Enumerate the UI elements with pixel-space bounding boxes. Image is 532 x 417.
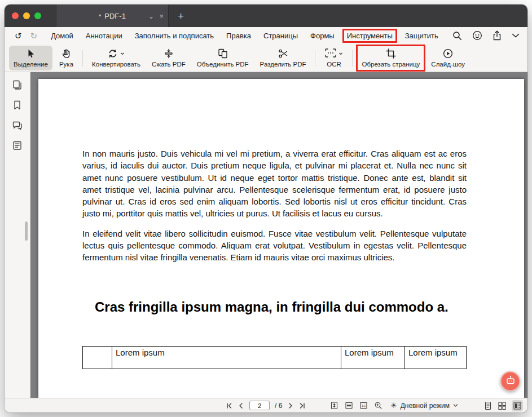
- search-icon[interactable]: [452, 31, 462, 41]
- section-heading: Cras fringilla ipsum magna, in fringilla…: [82, 298, 467, 317]
- next-page-icon[interactable]: [287, 402, 294, 409]
- convert-icon: [107, 48, 118, 61]
- tab-modified-dot: •: [99, 12, 101, 20]
- minimize-window-button[interactable]: [23, 12, 30, 19]
- continuous-view-icon[interactable]: [512, 400, 523, 411]
- ai-assistant-icon[interactable]: [472, 30, 482, 41]
- chevron-down-icon: [453, 403, 458, 407]
- prev-page-icon[interactable]: [238, 402, 244, 409]
- tab-title: PDF-1: [104, 12, 126, 20]
- pdf-page: In non mauris justo. Duis vehicula mi ve…: [38, 79, 524, 398]
- new-tab-button[interactable]: +: [178, 11, 184, 21]
- cursor-icon: [25, 48, 36, 59]
- chevron-down-icon: [120, 48, 125, 58]
- annotation-list-icon[interactable]: [12, 140, 23, 151]
- ocr-icon: [324, 48, 337, 60]
- titlebar: • PDF-1 ⌄ × +: [5, 5, 527, 27]
- menu-item-fill-sign[interactable]: Заполнить и подписать: [135, 32, 214, 40]
- view-mode-controls: [483, 398, 523, 412]
- redo-icon[interactable]: ↻: [30, 32, 38, 40]
- tool-select[interactable]: Выделение: [9, 46, 52, 70]
- collapse-toolbar-chevron-icon[interactable]: [512, 33, 520, 38]
- grid-view-icon[interactable]: [498, 401, 507, 410]
- crop-icon: [385, 48, 397, 59]
- ai-robot-button[interactable]: [500, 371, 520, 391]
- tool-split[interactable]: Разделить PDF: [256, 46, 311, 70]
- svg-text:1:1: 1:1: [362, 404, 366, 407]
- statusbar: / 6 1:1 ☀ Дневной режим: [5, 398, 527, 412]
- document-tab[interactable]: • PDF-1 ⌄ ×: [56, 5, 169, 27]
- zoom-controls: 1:1: [330, 398, 382, 412]
- day-mode-selector[interactable]: ☀ Дневной режим: [390, 398, 458, 412]
- document-area: In non mauris justo. Duis vehicula mi ve…: [30, 72, 527, 398]
- fit-width-icon[interactable]: [345, 401, 353, 410]
- page-number-input[interactable]: [249, 401, 270, 410]
- toolbar-separator: [315, 50, 315, 66]
- actual-size-icon[interactable]: 1:1: [359, 401, 368, 410]
- tab-close-icon[interactable]: ×: [159, 12, 164, 20]
- close-window-button[interactable]: [12, 12, 19, 19]
- play-icon: [442, 48, 454, 59]
- table-cell: Lorem ipsum: [341, 346, 405, 369]
- toolbar-separator: [82, 50, 83, 66]
- page-navigation: / 6: [226, 398, 306, 412]
- bookmark-icon[interactable]: [12, 100, 23, 110]
- merge-icon: [217, 48, 228, 59]
- sun-icon: ☀: [390, 401, 397, 410]
- hand-icon: [60, 48, 72, 59]
- tool-convert[interactable]: Конвертировать: [87, 46, 145, 70]
- menu-item-home[interactable]: Домой: [51, 32, 73, 40]
- day-mode-label: Дневной режим: [401, 402, 450, 410]
- page-total-label: / 6: [275, 402, 282, 410]
- fit-page-icon[interactable]: [330, 401, 338, 410]
- compress-icon: [163, 48, 174, 59]
- body-paragraph: In non mauris justo. Duis vehicula mi ve…: [82, 148, 467, 220]
- toolbar: Выделение Рука Конвертировать: [5, 44, 527, 72]
- app-window: • PDF-1 ⌄ × + ↺ ↻ Домой Аннотации Заполн…: [5, 5, 527, 412]
- tool-hand[interactable]: Рука: [55, 46, 78, 70]
- single-page-view-icon[interactable]: [483, 401, 493, 410]
- tool-slideshow[interactable]: Слайд-шоу: [427, 46, 469, 70]
- menu-item-protect[interactable]: Защитить: [405, 32, 438, 40]
- table-cell: [83, 346, 112, 369]
- table-cell: Lorem ipsum: [112, 346, 341, 369]
- body-paragraph: In eleifend velit vitae libero sollicitu…: [82, 228, 467, 264]
- scissors-icon: [278, 48, 289, 59]
- left-sidebar: [5, 72, 30, 398]
- table-row: Lorem ipsum Lorem ipsum Lorem ipsum: [83, 346, 467, 369]
- undo-icon[interactable]: ↺: [15, 32, 22, 40]
- table-cell: Lorem ipsum: [405, 346, 467, 369]
- first-page-icon[interactable]: [226, 402, 232, 409]
- tool-compress[interactable]: Сжать PDF: [147, 46, 190, 70]
- content-table: Lorem ipsum Lorem ipsum Lorem ipsum: [82, 346, 467, 369]
- toolbar-separator: [352, 50, 353, 66]
- comments-icon[interactable]: [12, 120, 23, 131]
- tool-crop-page[interactable]: Обрезать страницу: [357, 46, 424, 70]
- menu-item-edit[interactable]: Правка: [226, 32, 251, 40]
- sidebar-scrollbar[interactable]: [25, 221, 28, 241]
- marquee-zoom-icon[interactable]: [374, 401, 382, 410]
- menu-item-annotations[interactable]: Аннотации: [86, 32, 122, 40]
- menu-item-tools[interactable]: Инструменты: [347, 32, 393, 40]
- robot-icon: [505, 375, 516, 388]
- content-area: In non mauris justo. Duis vehicula mi ve…: [5, 72, 527, 398]
- tool-ocr[interactable]: OCR: [320, 46, 348, 70]
- tab-menu-chevron-icon[interactable]: ⌄: [148, 12, 155, 20]
- last-page-icon[interactable]: [299, 402, 306, 409]
- tool-merge[interactable]: Объединить PDF: [192, 46, 253, 70]
- zoom-window-button[interactable]: [34, 12, 41, 19]
- chevron-down-icon: [338, 48, 343, 58]
- traffic-lights: [5, 12, 47, 19]
- menu-item-forms[interactable]: Формы: [310, 32, 335, 40]
- menubar: ↺ ↻ Домой Аннотации Заполнить и подписат…: [5, 27, 527, 44]
- share-icon[interactable]: [493, 30, 502, 41]
- page-thumbnails-icon[interactable]: [12, 79, 23, 90]
- menu-item-pages[interactable]: Страницы: [263, 32, 298, 40]
